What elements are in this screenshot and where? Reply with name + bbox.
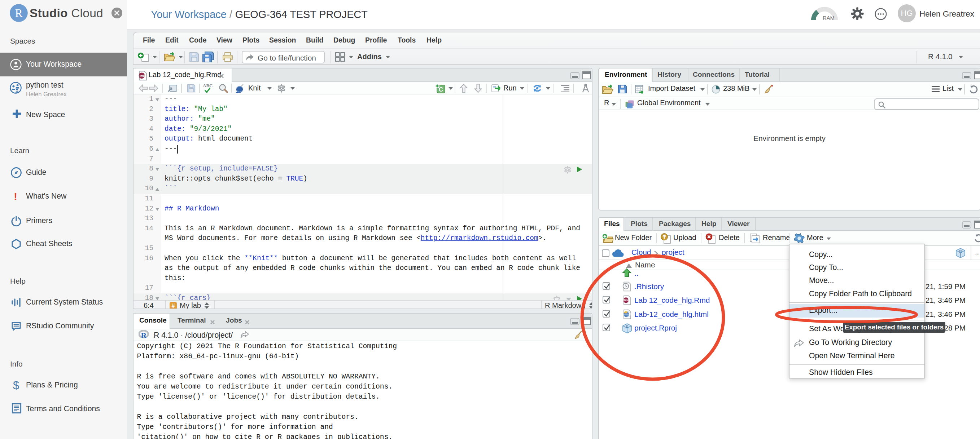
- svg-text:R: R: [141, 331, 147, 339]
- svg-text:C: C: [439, 86, 443, 93]
- svg-text:#: #: [172, 303, 175, 309]
- svg-text:Rmd: Rmd: [138, 74, 145, 78]
- svg-text:RAM: RAM: [822, 15, 835, 21]
- svg-text:R: R: [15, 7, 23, 19]
- svg-text:R: R: [959, 249, 963, 254]
